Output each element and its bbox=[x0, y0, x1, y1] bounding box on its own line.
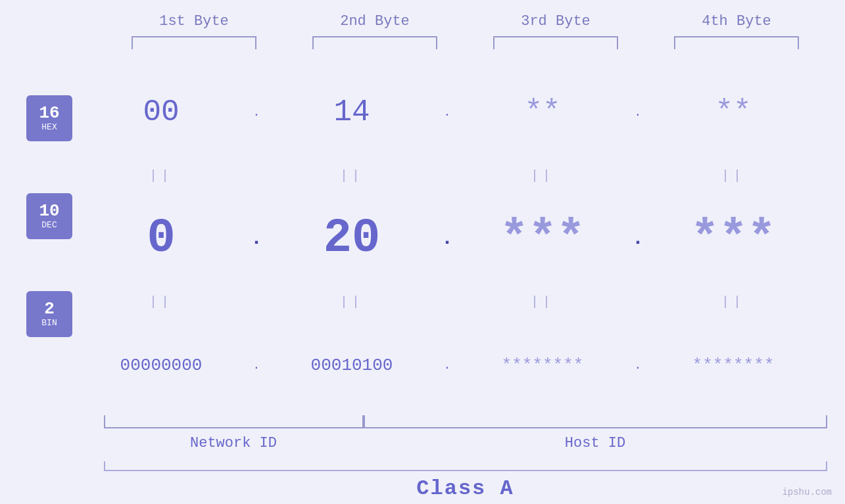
bracket-1 bbox=[132, 36, 256, 49]
equals-1-1: || bbox=[95, 168, 227, 183]
badge-hex-label: HEX bbox=[41, 123, 57, 132]
bin-val-2: 00010100 bbox=[286, 355, 418, 375]
host-id-label: Host ID bbox=[364, 435, 827, 451]
equals-1-4: || bbox=[667, 168, 799, 183]
hex-row: 00 . 14 . ** . ** bbox=[85, 62, 809, 162]
id-labels: Network ID Host ID bbox=[104, 435, 827, 451]
bin-dot-1: . bbox=[247, 359, 266, 372]
badge-hex-number: 16 bbox=[39, 104, 59, 123]
badge-dec-number: 10 bbox=[39, 202, 59, 221]
equals-1-2: || bbox=[286, 168, 418, 183]
bottom-section: Network ID Host ID Class A bbox=[104, 415, 827, 504]
class-bracket-line bbox=[104, 461, 827, 471]
badge-bin-number: 2 bbox=[44, 300, 55, 319]
bracket-3 bbox=[493, 36, 618, 49]
equals-2-1: || bbox=[95, 294, 227, 309]
byte-label-2: 2nd Byte bbox=[296, 13, 454, 30]
dec-dot-2: . bbox=[437, 227, 457, 250]
hex-dot-2: . bbox=[437, 106, 457, 119]
bin-val-4: ******** bbox=[667, 355, 799, 375]
bin-row: 00000000 . 00010100 . ******** . *******… bbox=[85, 315, 809, 415]
dec-val-3: *** bbox=[477, 212, 608, 265]
dec-row: 0 . 20 . *** . *** bbox=[85, 189, 809, 288]
bracket-4 bbox=[674, 36, 799, 49]
badge-dec-label: DEC bbox=[41, 221, 57, 230]
bin-val-3: ******** bbox=[477, 355, 608, 375]
equals-2-2: || bbox=[286, 294, 418, 309]
class-a-label: Class A bbox=[416, 476, 514, 501]
badge-bin-label: BIN bbox=[41, 319, 57, 328]
badge-bin: 2 BIN bbox=[26, 291, 72, 337]
grid-area: 16 HEX 10 DEC 2 BIN 00 . 14 . ** . ** bbox=[0, 62, 845, 415]
bottom-brackets bbox=[104, 415, 827, 428]
equals-row-1: || || || || bbox=[85, 162, 809, 189]
byte-label-3: 3rd Byte bbox=[477, 13, 635, 30]
hex-val-3: ** bbox=[477, 95, 608, 129]
hex-dot-1: . bbox=[247, 106, 266, 119]
badges-col: 16 HEX 10 DEC 2 BIN bbox=[0, 62, 85, 415]
network-id-label: Network ID bbox=[104, 435, 364, 451]
dec-val-1: 0 bbox=[95, 212, 227, 265]
content-area: 00 . 14 . ** . ** || || || || 0 . bbox=[85, 62, 845, 415]
byte-label-1: 1st Byte bbox=[115, 13, 273, 30]
badge-dec: 10 DEC bbox=[26, 193, 72, 239]
bin-dot-3: . bbox=[628, 359, 648, 372]
equals-row-2: || || || || bbox=[85, 289, 809, 315]
bracket-2 bbox=[312, 36, 437, 49]
class-bracket-row bbox=[104, 461, 827, 471]
hex-dot-3: . bbox=[628, 106, 648, 119]
equals-2-4: || bbox=[667, 294, 799, 309]
dec-dot-3: . bbox=[628, 227, 648, 250]
equals-2-3: || bbox=[477, 294, 608, 309]
badge-hex: 16 HEX bbox=[26, 95, 72, 141]
bottom-bracket-host bbox=[364, 415, 827, 428]
top-bracket-row bbox=[104, 36, 827, 49]
hex-val-4: ** bbox=[667, 95, 799, 129]
dec-val-2: 20 bbox=[286, 212, 418, 265]
bottom-bracket-network bbox=[104, 415, 364, 428]
byte-headers: 1st Byte 2nd Byte 3rd Byte 4th Byte bbox=[104, 13, 827, 30]
class-a-row: Class A bbox=[104, 476, 827, 501]
hex-val-1: 00 bbox=[95, 95, 227, 129]
equals-1-3: || bbox=[477, 168, 608, 183]
bin-val-1: 00000000 bbox=[95, 355, 227, 375]
dec-val-4: *** bbox=[667, 212, 799, 265]
watermark: ipshu.com bbox=[782, 487, 832, 497]
hex-val-2: 14 bbox=[286, 95, 418, 129]
byte-label-4: 4th Byte bbox=[658, 13, 815, 30]
bin-dot-2: . bbox=[437, 359, 457, 372]
dec-dot-1: . bbox=[247, 227, 266, 250]
main-container: 1st Byte 2nd Byte 3rd Byte 4th Byte 16 H… bbox=[0, 0, 845, 504]
